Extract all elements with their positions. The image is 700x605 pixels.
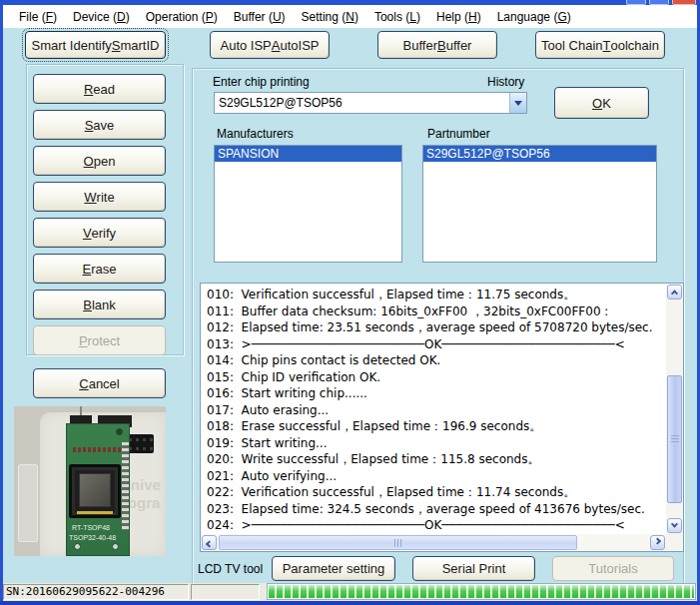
scroll-up-icon[interactable] [667, 285, 682, 300]
toolbar-button-buffer[interactable]: Buffer Buffer [377, 31, 497, 59]
pcb-hole [116, 428, 123, 435]
toolbar-button-smartid[interactable]: Smart Identify SmartID [25, 31, 166, 59]
manufacturers-list[interactable]: SPANSION [214, 145, 402, 263]
chip-combobox[interactable]: S29GL512P@TSOP56 [214, 92, 527, 114]
footer-button-tutorials[interactable]: Tutorials [552, 556, 674, 581]
log-line: 018: Erase successful，Elapsed time：196.9… [207, 418, 666, 435]
menu-setting[interactable]: Setting (N) [294, 8, 366, 26]
sidebar-button-verify[interactable]: Verify [33, 218, 166, 248]
pcb-label-1: RT-TSOP48 [72, 524, 110, 532]
progress-bar [267, 583, 696, 600]
chip-in-socket [79, 473, 111, 507]
sidebar-button-erase[interactable]: Erase [33, 254, 166, 284]
sidebar-button-blank[interactable]: Blank [33, 290, 166, 319]
log-line: 024: >────────────────────────OK────────… [207, 517, 666, 534]
scroll-right-icon[interactable] [650, 535, 665, 550]
horizontal-scrollbar[interactable] [201, 534, 666, 551]
sidebar-button-cancel[interactable]: Cancel [33, 368, 166, 398]
window-frame-left [0, 0, 3, 605]
partnumber-list[interactable]: S29GL512P@TSOP56 [422, 145, 657, 263]
manufacturers-label: Manufacturers [217, 127, 294, 141]
socket-latch [77, 511, 113, 514]
log-line: 017: Auto erasing... [207, 402, 666, 419]
minimize-button[interactable] [626, 0, 646, 5]
pcb-red-silkscreen [73, 447, 123, 452]
close-button[interactable] [672, 0, 696, 5]
log-line: 013: >────────────────────────OK────────… [207, 336, 666, 353]
log-line: 014: Chip pins contact is detected OK. [207, 352, 666, 369]
tsop-socket [69, 464, 121, 518]
maximize-button[interactable] [649, 0, 669, 5]
menu-file[interactable]: File (F) [11, 8, 65, 26]
adapter-photo: Unive Progra RT-TSOP48 TSOP32-40-48 [14, 406, 166, 556]
statusbar-panel [191, 584, 260, 600]
pcb-pin-pads [122, 442, 129, 530]
statusbar: SN:20160629095622-004296 [3, 583, 697, 601]
log-line: 020: Write successful，Elapsed time：115.8… [207, 451, 666, 468]
menu-help[interactable]: Help (H) [428, 8, 489, 26]
partnumber-label: Partnumber [427, 127, 490, 141]
titlebar [0, 0, 700, 5]
sidebar-button-save[interactable]: Save [33, 110, 166, 140]
scroll-down-icon[interactable] [667, 518, 682, 533]
log-text[interactable]: 010: Verification successful，Elapsed tim… [201, 284, 666, 534]
chevron-down-icon[interactable] [509, 93, 526, 113]
pcb-hole [112, 543, 119, 550]
sidebar-button-protect[interactable]: Protect [33, 325, 166, 355]
log-line: 016: Start writing chip...... [207, 385, 666, 402]
menu-operation[interactable]: Operation (P) [138, 8, 226, 26]
menu-device[interactable]: Device (D) [65, 8, 138, 26]
progress-fill [269, 585, 694, 598]
sidebar-button-write[interactable]: Write [33, 182, 166, 212]
menu-language[interactable]: Language (G) [489, 8, 579, 26]
photo-background-shape [18, 464, 38, 542]
scrollbar-corner [666, 534, 683, 551]
chip-combobox-value: S29GL512P@TSOP56 [215, 96, 509, 110]
app-window: File (F)Device (D)Operation (P)Buffer (U… [0, 0, 700, 605]
log-line: 021: Auto verifying... [207, 468, 666, 485]
pcb-label-2: TSOP32-40-48 [69, 534, 116, 542]
ok-button[interactable]: OK [554, 87, 649, 119]
log-line: 022: Verification successful，Elapsed tim… [207, 484, 666, 501]
toolbar-button-autoisp[interactable]: Auto ISP AutoISP [210, 31, 330, 59]
window-frame-bottom [0, 601, 700, 605]
adapter-pcb: RT-TSOP48 TSOP32-40-48 [66, 423, 130, 556]
menu-tools[interactable]: Tools (L) [366, 8, 428, 26]
log-line: 019: Start writing... [207, 435, 666, 452]
serial-number: SN:20160629095622-004296 [3, 584, 189, 600]
log-line: 010: Verification successful，Elapsed tim… [207, 287, 666, 303]
log-line: 011: Buffer data checksum: 16bits_0xFF00… [207, 303, 666, 320]
footer-button-parameter-setting[interactable]: Parameter setting [272, 556, 395, 581]
sidebar-button-read[interactable]: Read [33, 74, 166, 104]
log-area: 010: Verification successful，Elapsed tim… [200, 283, 684, 552]
footer-button-serial-print[interactable]: Serial Print [412, 556, 535, 581]
log-line: 012: Elapsed time: 23.51 seconds，average… [207, 319, 666, 336]
sidebar-button-open[interactable]: Open [33, 146, 166, 176]
list-item[interactable]: SPANSION [215, 146, 401, 162]
vertical-scrollbar[interactable] [666, 284, 683, 534]
scroll-left-icon[interactable] [202, 535, 217, 550]
menu-buffer[interactable]: Buffer (U) [226, 8, 294, 26]
toolbar-button-toolchain[interactable]: Tool Chain Toolchain [535, 31, 665, 59]
log-line: 023: Elapsed time: 324.5 seconds，average… [207, 501, 666, 518]
vertical-scrollbar-thumb[interactable] [667, 375, 682, 503]
lcd-tv-tool-label: LCD TV tool [198, 562, 263, 576]
log-line: 015: Chip ID verification OK. [207, 369, 666, 386]
list-item[interactable]: S29GL512P@TSOP56 [423, 146, 656, 162]
enter-chip-label: Enter chip printing [213, 75, 310, 89]
pcb-hole [74, 543, 81, 550]
menubar: File (F)Device (D)Operation (P)Buffer (U… [3, 5, 697, 28]
history-label: History [487, 75, 524, 89]
horizontal-scrollbar-thumb[interactable] [219, 535, 577, 550]
